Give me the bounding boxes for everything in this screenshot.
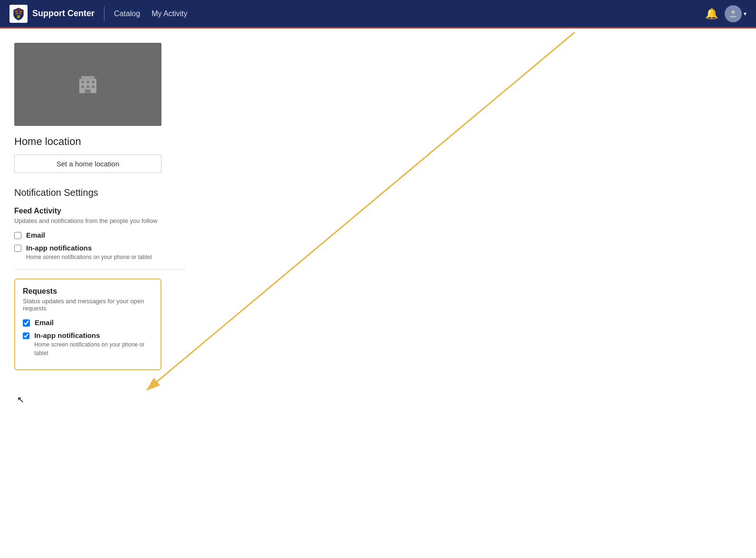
svg-rect-8	[81, 81, 84, 83]
svg-point-5	[731, 10, 735, 13]
svg-rect-10	[92, 81, 94, 83]
feed-inapp-desc: Home screen notifications on your phone …	[26, 254, 152, 260]
bell-icon[interactable]: 🔔	[705, 8, 718, 20]
building-placeholder-icon	[76, 73, 99, 96]
feed-inapp-row: In-app notifications Home screen notific…	[14, 244, 185, 261]
requests-inapp-label-text: In-app notifications	[34, 331, 100, 339]
feed-activity-desc: Updates and notifications from the peopl…	[14, 217, 185, 224]
main-content: Home location Set a home location Notifi…	[0, 29, 199, 385]
avatar-button[interactable]: ▾	[725, 5, 747, 22]
feed-email-row: Email	[14, 231, 185, 239]
location-image	[14, 43, 161, 126]
feed-email-checkbox[interactable]	[14, 232, 21, 239]
requests-desc: Status updates and messages for your ope…	[23, 298, 153, 312]
feed-inapp-label-text: In-app notifications	[26, 244, 92, 252]
requests-inapp-row: In-app notifications Home screen notific…	[23, 331, 153, 357]
feed-activity-title: Feed Activity	[14, 207, 185, 215]
section-divider	[14, 269, 185, 270]
requests-email-row: Email	[23, 318, 153, 327]
app-title: Support Center	[32, 9, 94, 19]
feed-inapp-checkbox[interactable]	[14, 245, 21, 252]
svg-rect-14	[85, 89, 91, 93]
svg-rect-13	[92, 86, 94, 88]
notification-settings-title: Notification Settings	[14, 187, 185, 198]
header-divider	[104, 7, 104, 21]
requests-inapp-label[interactable]: In-app notifications Home screen notific…	[34, 331, 153, 357]
svg-rect-7	[81, 76, 94, 80]
home-location-title: Home location	[14, 135, 185, 148]
requests-title: Requests	[23, 287, 153, 296]
cursor-indicator: ↖	[17, 394, 24, 405]
header: Support Center Catalog My Activity 🔔 ▾	[0, 0, 756, 29]
feed-inapp-label[interactable]: In-app notifications Home screen notific…	[26, 244, 152, 261]
header-nav: Catalog My Activity	[114, 10, 188, 18]
requests-inapp-desc: Home screen notifications on your phone …	[34, 341, 144, 356]
feed-email-label[interactable]: Email	[26, 231, 45, 239]
svg-rect-4	[17, 15, 20, 18]
svg-rect-2	[16, 13, 18, 14]
requests-email-label[interactable]: Email	[35, 318, 54, 327]
avatar	[725, 5, 742, 22]
header-actions: 🔔 ▾	[705, 5, 747, 22]
feed-activity-section: Feed Activity Updates and notifications …	[14, 207, 185, 261]
logo-shield-icon	[9, 5, 28, 23]
svg-rect-12	[86, 86, 89, 88]
chevron-down-icon: ▾	[744, 10, 747, 17]
svg-rect-9	[86, 81, 89, 83]
requests-section: Requests Status updates and messages for…	[14, 279, 161, 370]
nav-catalog[interactable]: Catalog	[114, 10, 140, 18]
requests-email-checkbox[interactable]	[23, 319, 30, 327]
set-home-location-button[interactable]: Set a home location	[14, 154, 161, 173]
logo: Support Center	[9, 5, 94, 23]
requests-inapp-checkbox[interactable]	[23, 332, 29, 339]
nav-my-activity[interactable]: My Activity	[151, 10, 188, 18]
svg-line-16	[147, 32, 575, 390]
svg-rect-3	[19, 13, 21, 14]
svg-rect-11	[81, 86, 84, 88]
